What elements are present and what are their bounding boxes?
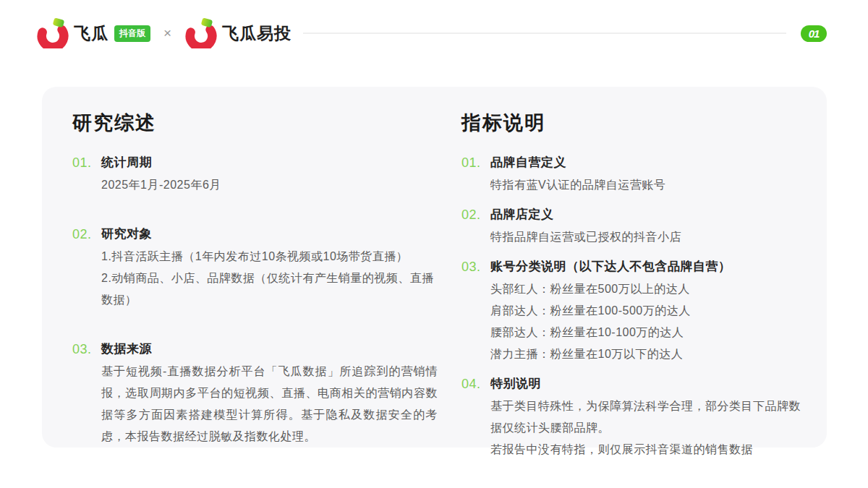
section-title-research: 研究综述 <box>72 110 438 136</box>
times-separator: × <box>163 25 171 41</box>
list-item-stat-period: 01. 统计周期 2025年1月-2025年6月 <box>72 153 438 196</box>
item-number: 04. <box>461 374 490 393</box>
logo-feigua-yitou-text: 飞瓜易投 <box>222 22 292 45</box>
item-title: 品牌店定义 <box>490 205 812 224</box>
logo-feigua-text: 飞瓜 <box>74 22 109 45</box>
list-item-special-note: 04. 特别说明 基于类目特殊性，为保障算法科学合理，部分类目下品牌数据仅统计头… <box>461 374 812 461</box>
item-title: 数据来源 <box>101 340 438 359</box>
item-text: 2025年1月-2025年6月 <box>101 174 438 196</box>
feigua-yitou-logo-icon <box>184 18 218 48</box>
indicator-description-section: 指标说明 01. 品牌自营定义 特指有蓝V认证的品牌自运营账号 02. 品牌店定… <box>461 110 812 461</box>
item-number: 03. <box>461 257 490 276</box>
item-number: 01. <box>72 153 101 172</box>
item-text: 2.动销商品、小店、品牌数据（仅统计有产生销量的视频、直播数据） <box>101 267 438 311</box>
item-text: 腰部达人：粉丝量在10-100万的达人 <box>490 322 812 343</box>
item-text: 若报告中没有特指，则仅展示抖音渠道的销售数据 <box>490 439 812 461</box>
header: 飞瓜 抖音版 × 飞瓜易投 01 <box>36 17 827 49</box>
list-item-account-classification: 03. 账号分类说明（以下达人不包含品牌自营） 头部红人：粉丝量在500万以上的… <box>461 257 812 365</box>
list-item-data-source: 03. 数据来源 基于短视频-直播数据分析平台「飞瓜数据」所追踪到的营销情报，选… <box>72 340 438 448</box>
list-item-brand-store-definition: 02. 品牌店定义 特指品牌自运营或已授权的抖音小店 <box>461 205 812 248</box>
item-title: 特别说明 <box>490 374 812 393</box>
douyin-version-badge: 抖音版 <box>114 25 150 42</box>
header-divider-line <box>303 33 786 34</box>
feigua-logo-icon <box>36 18 69 48</box>
item-title: 统计周期 <box>101 153 438 172</box>
item-text: 基于短视频-直播数据分析平台「飞瓜数据」所追踪到的营销情报，选取周期内多平台的短… <box>101 361 438 448</box>
section-title-indicators: 指标说明 <box>461 110 812 136</box>
item-title: 品牌自营定义 <box>490 153 812 172</box>
item-title: 账号分类说明（以下达人不包含品牌自营） <box>490 257 812 276</box>
research-overview-section: 研究综述 01. 统计周期 2025年1月-2025年6月 02. 研究对象 1… <box>72 110 438 448</box>
list-item-research-object: 02. 研究对象 1.抖音活跃主播（1年内发布过10条视频或10场带货直播） 2… <box>72 225 438 311</box>
item-text: 基于类目特殊性，为保障算法科学合理，部分类目下品牌数据仅统计头腰部品牌。 <box>490 395 812 439</box>
item-text: 头部红人：粉丝量在500万以上的达人 <box>490 278 812 300</box>
content-card: 研究综述 01. 统计周期 2025年1月-2025年6月 02. 研究对象 1… <box>42 87 827 448</box>
page-number-badge: 01 <box>801 25 827 42</box>
item-text: 特指有蓝V认证的品牌自运营账号 <box>490 174 812 196</box>
item-text: 潜力主播：粉丝量在10万以下的达人 <box>490 343 812 365</box>
item-number: 02. <box>461 205 490 224</box>
item-text: 特指品牌自运营或已授权的抖音小店 <box>490 226 812 248</box>
item-number: 01. <box>461 153 490 172</box>
item-text: 1.抖音活跃主播（1年内发布过10条视频或10场带货直播） <box>101 246 438 267</box>
item-text: 肩部达人：粉丝量在100-500万的达人 <box>490 300 812 322</box>
item-title: 研究对象 <box>101 225 438 244</box>
item-number: 02. <box>72 225 101 244</box>
list-item-brand-self-definition: 01. 品牌自营定义 特指有蓝V认证的品牌自运营账号 <box>461 153 812 196</box>
item-number: 03. <box>72 340 101 359</box>
